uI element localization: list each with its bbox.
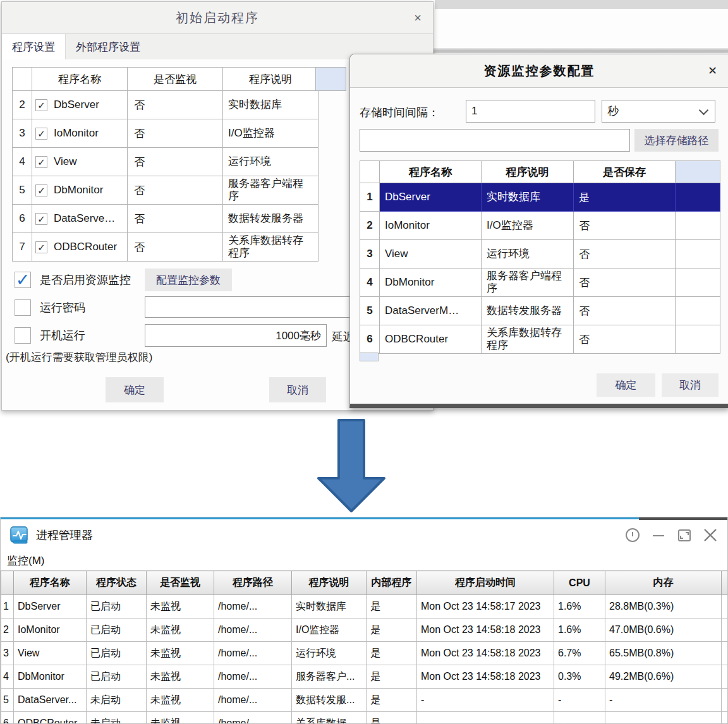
- header-start-time[interactable]: 程序启动时间: [417, 571, 554, 595]
- internal-flag: 是: [367, 595, 417, 618]
- header-memory[interactable]: 内存: [605, 571, 722, 595]
- info-icon[interactable]: [625, 528, 640, 543]
- process-row[interactable]: 2 IoMonitor 已启动 未监视 /home/... I/O监控器 是 M…: [1, 618, 728, 642]
- table-row-selected[interactable]: 1 DbServer 实时数据库 是: [360, 183, 720, 212]
- program-name: DataServerM…: [380, 297, 482, 325]
- header-program-name[interactable]: 程序名称: [14, 571, 87, 595]
- header-monitor[interactable]: 是否监视: [147, 571, 214, 595]
- program-status: 已启动: [87, 618, 147, 642]
- row-number: 3: [360, 240, 380, 268]
- minimize-icon[interactable]: [650, 528, 667, 543]
- interval-unit-select[interactable]: 秒: [602, 100, 715, 123]
- start-time: Mon Oct 23 14:58:18 2023: [417, 665, 554, 689]
- background-window-body: [435, 9, 728, 48]
- background-window-edge: [432, 48, 728, 53]
- ok-button[interactable]: 确定: [597, 373, 655, 397]
- header-cpu[interactable]: CPU: [554, 571, 605, 595]
- checkbox-checked[interactable]: ✓: [35, 213, 47, 225]
- table-row[interactable]: 2 IoMonitor I/O监控器 否: [360, 212, 720, 240]
- save-value: 否: [574, 240, 676, 268]
- row-number: 2: [13, 91, 32, 119]
- configure-monitor-params-button[interactable]: 配置监控参数: [145, 268, 232, 291]
- program-name: DataServer...: [14, 689, 87, 712]
- table-row[interactable]: 6 ODBCRouter 关系库数据转存程序 否: [360, 325, 720, 354]
- checkbox-boot-run-unchecked[interactable]: [15, 327, 31, 344]
- header-description[interactable]: 程序说明: [292, 571, 367, 595]
- internal-flag: 是: [367, 665, 417, 689]
- start-time: Mon Oct 23 14:58:18 2023: [417, 642, 554, 665]
- header-monitor: 是否监视: [128, 68, 223, 91]
- monitor-status: 未监视: [147, 665, 214, 689]
- row-number: 2: [1, 618, 14, 642]
- save-programs-table: 程序名称 程序说明 是否保存 1 DbServer 实时数据库 是 2 IoMo…: [360, 160, 720, 354]
- header-save: 是否保存: [574, 161, 676, 183]
- row-number: 5: [1, 689, 14, 712]
- checkbox-checked[interactable]: ✓: [35, 156, 47, 168]
- program-description: 实时数据库: [223, 91, 318, 119]
- close-icon[interactable]: [702, 527, 719, 543]
- table-row[interactable]: 5 ✓DbMonitor 否 服务器客户端程序: [13, 176, 318, 205]
- program-description: I/O监控器: [482, 212, 574, 240]
- monitor-status: 未监视: [147, 712, 214, 724]
- process-row[interactable]: 3 View 已启动 未监视 /home/... 运行环境 是 Mon Oct …: [1, 642, 728, 665]
- cell-spare: [722, 595, 728, 618]
- ok-button[interactable]: 确定: [106, 377, 164, 402]
- memory-usage: 49.2MB(0.6%): [605, 665, 722, 689]
- table-row[interactable]: 2 ✓DbServer 否 实时数据库: [13, 91, 318, 119]
- program-name: IoMonitor: [54, 127, 99, 140]
- table-row[interactable]: 3 View 运行环境 否: [360, 240, 720, 268]
- memory-usage: 47.0MB(0.6%): [605, 618, 722, 642]
- boot-delay-input[interactable]: [145, 324, 327, 347]
- dialog1-titlebar[interactable]: 初始启动程序 ×: [2, 2, 433, 34]
- interval-input[interactable]: [466, 100, 595, 123]
- program-name: DbServer: [14, 595, 87, 618]
- process-row[interactable]: 1 DbServer 已启动 未监视 /home/... 实时数据库 是 Mon…: [1, 595, 728, 618]
- close-icon[interactable]: ✕: [708, 65, 717, 76]
- checkbox-resource-monitor-checked[interactable]: ✓: [15, 272, 31, 288]
- choose-storage-path-button[interactable]: 选择存储路径: [634, 129, 719, 152]
- table-row[interactable]: 4 DbMonitor 服务器客户端程序 否: [360, 268, 720, 297]
- tab-program-settings[interactable]: 程序设置: [2, 34, 66, 59]
- row-number: 4: [360, 268, 380, 297]
- table-row[interactable]: 6 ✓DataServe… 否 数据转发服务器: [13, 205, 318, 233]
- program-description: 服务器客户端程序: [223, 176, 318, 205]
- checkbox-run-password-unchecked[interactable]: [15, 299, 31, 316]
- table-row[interactable]: 5 DataServerM… 数据转发服务器 否: [360, 297, 720, 325]
- program-status: 已启动: [87, 665, 147, 689]
- table-row[interactable]: 3 ✓IoMonitor 否 I/O监控器: [13, 119, 318, 148]
- cpu-usage: 6.7%: [554, 642, 605, 665]
- row-number: 1: [1, 595, 14, 618]
- program-description: 服务器客户端程序: [482, 268, 574, 297]
- program-path: /home/...: [214, 712, 292, 724]
- dialog2-titlebar[interactable]: 资源监控参数配置 ✕: [350, 54, 728, 88]
- program-name: DbMonitor: [14, 665, 87, 689]
- cancel-button[interactable]: 取消: [269, 377, 326, 402]
- close-icon[interactable]: ×: [414, 11, 422, 24]
- header-description: 程序说明: [223, 68, 318, 91]
- checkbox-checked[interactable]: ✓: [35, 99, 47, 111]
- row-number: 4: [13, 148, 32, 176]
- header-internal[interactable]: 内部程序: [367, 571, 417, 595]
- checkbox-checked[interactable]: ✓: [35, 184, 47, 196]
- pm-window-controls: [625, 527, 719, 543]
- monitor-status: 未监视: [147, 689, 214, 712]
- header-program-path[interactable]: 程序路径: [214, 571, 292, 595]
- program-description: I/O监控器: [223, 119, 318, 148]
- row-number: 6: [13, 205, 32, 233]
- restore-icon[interactable]: [677, 528, 692, 543]
- cell-extra: [676, 268, 720, 297]
- tab-external-program-settings[interactable]: 外部程序设置: [66, 34, 150, 59]
- table-row[interactable]: 4 ✓View 否 运行环境: [13, 148, 318, 176]
- process-row[interactable]: 4 DbMonitor 已启动 未监视 /home/... 服务器客户... 是…: [1, 665, 728, 689]
- pm-titlebar[interactable]: 进程管理器: [1, 519, 727, 551]
- storage-path-input[interactable]: [360, 129, 630, 152]
- dialog1-title: 初始启动程序: [176, 9, 259, 27]
- menu-monitor[interactable]: 监控(M): [7, 553, 44, 568]
- process-row[interactable]: 6 ODBCRouter 未启动 未监视 /home/... 关系库数据... …: [1, 712, 728, 724]
- cancel-button[interactable]: 取消: [662, 373, 719, 397]
- table-row[interactable]: 7 ✓ODBCRouter 否 关系库数据转存程序: [13, 233, 318, 262]
- checkbox-checked[interactable]: ✓: [35, 128, 47, 140]
- header-program-status[interactable]: 程序状态: [87, 571, 147, 595]
- process-row[interactable]: 5 DataServer... 未启动 未监视 /home/... 数据转发服.…: [1, 689, 728, 712]
- checkbox-checked[interactable]: ✓: [35, 241, 47, 253]
